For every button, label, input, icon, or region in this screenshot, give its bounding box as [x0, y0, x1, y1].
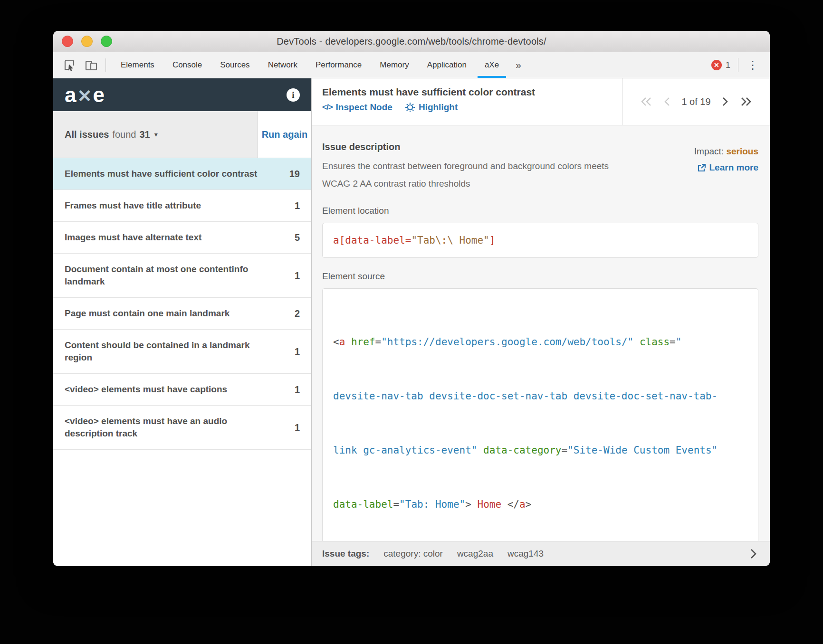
issue-row-video-captions[interactable]: <video> elements must have captions 1: [53, 374, 311, 406]
issue-tags-label: Issue tags:: [322, 549, 369, 559]
issue-row-landmark-region[interactable]: Content should be contained in a landmar…: [53, 330, 311, 374]
devtools-tabbar: Elements Console Sources Network Perform…: [53, 52, 770, 78]
external-link-icon: [697, 163, 706, 172]
issue-detail-panel: Elements must have sufficient color cont…: [312, 78, 770, 566]
info-icon[interactable]: i: [287, 88, 300, 102]
expand-tags-chevron-icon[interactable]: [749, 547, 757, 561]
filter-bar: All issues found 31 ▾ Run again: [53, 111, 311, 158]
inspect-element-icon[interactable]: [61, 57, 78, 74]
element-location-label: Element location: [322, 206, 758, 216]
error-badge-icon[interactable]: ✕: [711, 60, 722, 70]
device-toolbar-icon[interactable]: [83, 57, 100, 74]
issue-count: 2: [295, 308, 300, 319]
panel-tabs: Elements Console Sources Network Perform…: [112, 52, 529, 78]
kebab-menu-icon[interactable]: ⋮: [740, 59, 763, 71]
tab-axe[interactable]: aXe: [476, 52, 508, 78]
filter-count: 31: [139, 129, 150, 140]
issue-row-main-landmark[interactable]: Page must contain one main landmark 2: [53, 298, 311, 330]
issue-description-text: Ensures the contrast between foreground …: [322, 157, 616, 192]
impact-block: Impact: serious Learn: [616, 143, 758, 192]
first-page-button[interactable]: [640, 95, 653, 108]
source-line: <a href="https://developers.google.com/w…: [333, 333, 747, 351]
toolbar-icons: [53, 52, 112, 78]
issue-tags-footer: Issue tags: category: color wcag2aa wcag…: [312, 541, 770, 566]
issue-description-heading: Issue description: [322, 142, 616, 152]
caret-down-icon: ▾: [154, 131, 158, 138]
tag-wcag143: wcag143: [507, 549, 544, 559]
tab-elements[interactable]: Elements: [112, 52, 163, 78]
axe-panel-header: a✕e i: [53, 78, 311, 111]
tab-console[interactable]: Console: [163, 52, 211, 78]
source-line: link gc-analytics-event" data-category="…: [333, 441, 747, 459]
tag-wcag2aa: wcag2aa: [457, 549, 493, 559]
issue-list: Elements must have sufficient color cont…: [53, 158, 311, 566]
issue-count: 1: [295, 422, 300, 433]
tab-application[interactable]: Application: [418, 52, 476, 78]
highlight-button[interactable]: Highlight: [405, 102, 458, 113]
detail-header: Elements must have sufficient color cont…: [312, 78, 770, 125]
learn-more-link[interactable]: Learn more: [697, 160, 758, 176]
next-page-button[interactable]: [721, 95, 729, 108]
detail-title: Elements must have sufficient color cont…: [322, 86, 611, 98]
inspect-node-button[interactable]: </> Inspect Node: [322, 102, 392, 113]
highlight-sun-icon: [405, 102, 415, 113]
previous-page-button[interactable]: [663, 95, 671, 108]
tab-sources[interactable]: Sources: [211, 52, 258, 78]
source-line: data-label="Tab: Home"> Home </a>: [333, 495, 747, 513]
issue-row-images-alt[interactable]: Images must have alternate text 5: [53, 222, 311, 254]
issue-count: 1: [295, 346, 300, 357]
run-again-button[interactable]: Run again: [258, 111, 311, 158]
error-count: 1: [726, 60, 730, 70]
impact-value: serious: [726, 146, 758, 156]
source-line: devsite-nav-tab devsite-doc-set-nav-tab …: [333, 387, 747, 405]
axe-logo: a✕e: [65, 85, 105, 105]
titlebar: DevTools - developers.google.com/web/too…: [53, 31, 770, 52]
tab-performance[interactable]: Performance: [306, 52, 371, 78]
issue-count: 19: [289, 169, 300, 180]
tag-category-color: category: color: [383, 549, 443, 559]
axe-logo-x-mark: ✕: [77, 86, 93, 106]
issue-count: 1: [295, 270, 300, 281]
more-tabs-chevron-icon[interactable]: »: [508, 52, 529, 78]
element-source-label: Element source: [322, 271, 758, 282]
issue-row-color-contrast[interactable]: Elements must have sufficient color cont…: [53, 158, 311, 190]
tab-memory[interactable]: Memory: [371, 52, 418, 78]
issue-row-video-audio-description[interactable]: <video> elements must have an audio desc…: [53, 406, 311, 450]
code-brackets-icon: </>: [322, 103, 333, 112]
page-indicator: 1 of 19: [681, 96, 710, 107]
pagination: 1 of 19: [622, 78, 770, 125]
issue-count: 1: [295, 200, 300, 211]
tabbar-divider: [738, 58, 738, 72]
last-page-button[interactable]: [739, 95, 753, 108]
issue-count: 1: [295, 384, 300, 395]
filter-label-mid: found: [112, 129, 136, 140]
element-location-code: a[data-label="Tab\:\ Home"]: [322, 223, 758, 258]
impact-label: Impact:: [694, 146, 727, 156]
devtools-window: DevTools - developers.google.com/web/too…: [53, 31, 770, 566]
window-title: DevTools - developers.google.com/web/too…: [53, 36, 770, 47]
element-source-code: <a href="https://developers.google.com/w…: [322, 288, 758, 541]
issue-row-frames-title[interactable]: Frames must have title attribute 1: [53, 190, 311, 222]
tab-network[interactable]: Network: [259, 52, 306, 78]
axe-sidebar: a✕e i All issues found 31 ▾ Run again El…: [53, 78, 312, 566]
issue-row-contentinfo-landmark[interactable]: Document contain at most one contentinfo…: [53, 254, 311, 298]
detail-body: Issue description Ensures the contrast b…: [312, 125, 770, 541]
filter-label-bold: All issues: [65, 129, 109, 140]
issue-count: 5: [295, 232, 300, 243]
issue-filter-dropdown[interactable]: All issues found 31 ▾: [53, 111, 258, 158]
tabbar-right: ✕ 1 ⋮: [711, 52, 770, 78]
toolbar-divider: [105, 58, 106, 72]
